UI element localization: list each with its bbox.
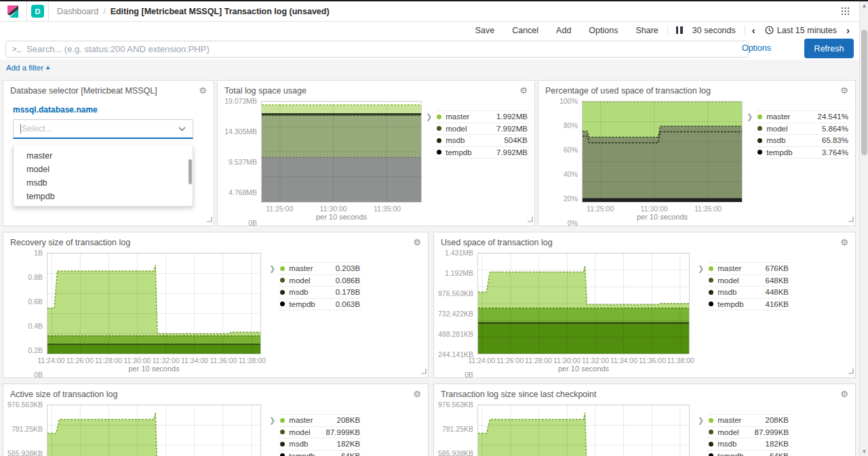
dropdown-option-tempdb[interactable]: tempdb bbox=[14, 190, 193, 203]
legend-item-msdb[interactable]: msdb182KB bbox=[707, 438, 790, 451]
legend-item-master[interactable]: master0.203B bbox=[279, 263, 361, 275]
clock-icon bbox=[765, 26, 774, 35]
legend-color-dot bbox=[280, 302, 285, 306]
query-options-link[interactable]: Options bbox=[742, 43, 771, 53]
chart-plot-area[interactable] bbox=[47, 253, 261, 354]
panel-resize-handle[interactable] bbox=[848, 365, 854, 377]
chart-plot-area[interactable] bbox=[47, 405, 261, 456]
y-axis-tick-label: 0% bbox=[568, 219, 578, 227]
y-axis-tick-label: 4.768MB bbox=[229, 188, 257, 196]
legend-item-model[interactable]: model648KB bbox=[707, 275, 790, 287]
legend-item-model[interactable]: model87.999KB bbox=[279, 427, 361, 439]
kibana-logo[interactable] bbox=[0, 1, 27, 22]
time-back-chevron[interactable]: ‹ bbox=[745, 25, 762, 35]
breadcrumb: Dashboard / Editing [Metricbeat MSSQL] T… bbox=[49, 7, 330, 16]
dashboard-app-badge[interactable]: D bbox=[27, 1, 49, 22]
legend-item-tempdb[interactable]: tempdb0.063B bbox=[279, 299, 361, 311]
x-axis-title: per 10 seconds bbox=[47, 365, 261, 375]
chart-plot-area[interactable] bbox=[582, 101, 743, 203]
panel-title: Transaction log size since last checkpoi… bbox=[441, 390, 597, 399]
series-area-model bbox=[262, 115, 421, 157]
x-axis-tick-label: 11:32:00 bbox=[582, 356, 609, 365]
field-label: mssql.database.name bbox=[3, 97, 214, 119]
legend-collapse-chevron[interactable]: ❯ bbox=[426, 110, 435, 121]
dropdown-option-msdb[interactable]: msdb bbox=[14, 176, 193, 190]
legend-color-dot bbox=[757, 115, 762, 119]
chart-plot-area[interactable] bbox=[261, 101, 422, 203]
legend-item-msdb[interactable]: msdb65.83% bbox=[756, 135, 850, 147]
legend-item-tempdb[interactable]: tempdb416KB bbox=[707, 299, 790, 311]
legend-item-master[interactable]: master676KB bbox=[707, 263, 790, 275]
legend-item-model[interactable]: model0.086B bbox=[279, 275, 361, 287]
legend-item-msdb[interactable]: msdb504KB bbox=[435, 135, 529, 147]
panel-resize-handle[interactable] bbox=[848, 213, 854, 225]
panel-options-gear-icon[interactable]: ⚙ bbox=[519, 86, 528, 95]
legend-item-master[interactable]: master1.992MB bbox=[435, 111, 529, 123]
legend-color-dot bbox=[709, 430, 713, 434]
panel-options-gear-icon[interactable]: ⚙ bbox=[840, 238, 848, 247]
search-box[interactable]: >_ bbox=[5, 41, 749, 58]
options-button[interactable]: Options bbox=[580, 26, 627, 35]
legend-item-msdb[interactable]: msdb448KB bbox=[707, 287, 790, 299]
apps-grid-icon[interactable] bbox=[831, 7, 859, 16]
legend-item-master[interactable]: master208KB bbox=[707, 415, 790, 427]
legend-item-tempdb[interactable]: tempdb7.992MB bbox=[435, 147, 529, 159]
time-range-picker[interactable]: Last 15 minutes bbox=[762, 26, 840, 35]
x-axis: 11:24:0011:26:0011:28:0011:30:0011:32:00… bbox=[47, 354, 261, 365]
legend-item-msdb[interactable]: msdb182KB bbox=[279, 438, 361, 451]
dropdown-option-master[interactable]: master bbox=[14, 149, 193, 163]
legend-color-dot bbox=[280, 418, 285, 423]
panel-options-gear-icon[interactable]: ⚙ bbox=[199, 86, 207, 95]
y-axis-tick-label: 585.938KB bbox=[438, 449, 473, 456]
chart-plot-area[interactable] bbox=[477, 405, 690, 456]
legend-item-tempdb[interactable]: tempdb3.764% bbox=[756, 147, 850, 159]
time-forward-chevron[interactable]: › bbox=[840, 25, 856, 35]
page-scrollbar[interactable]: ▲ ▼ bbox=[859, 1, 868, 456]
series-area-msdb bbox=[478, 322, 689, 324]
legend-collapse-chevron[interactable]: ❯ bbox=[698, 414, 707, 425]
refresh-button[interactable]: Refresh bbox=[804, 39, 854, 58]
legend-item-master[interactable]: master208KB bbox=[279, 415, 361, 427]
legend-collapse-chevron[interactable]: ❯ bbox=[269, 262, 279, 273]
panel-resize-handle[interactable] bbox=[420, 365, 427, 377]
legend-item-model[interactable]: model87.999KB bbox=[707, 427, 790, 439]
legend-item-tempdb[interactable]: tempdb64KB bbox=[707, 451, 790, 456]
share-button[interactable]: Share bbox=[627, 26, 667, 35]
panel-options-gear-icon[interactable]: ⚙ bbox=[840, 390, 848, 398]
legend-collapse-chevron[interactable]: ❯ bbox=[698, 262, 707, 273]
add-button[interactable]: Add bbox=[547, 26, 580, 35]
legend-collapse-chevron[interactable]: ❯ bbox=[747, 110, 756, 121]
cancel-button[interactable]: Cancel bbox=[503, 26, 547, 35]
dropdown-option-model[interactable]: model bbox=[14, 163, 193, 176]
panel-options-gear-icon[interactable]: ⚙ bbox=[413, 238, 421, 247]
search-input[interactable] bbox=[26, 44, 742, 54]
legend-item-model[interactable]: model7.992MB bbox=[435, 123, 529, 136]
refresh-interval-label[interactable]: 30 seconds bbox=[691, 26, 745, 35]
dropdown-scrollbar-thumb[interactable] bbox=[189, 159, 192, 184]
scrollbar-up-arrow[interactable]: ▲ bbox=[860, 1, 868, 10]
pause-autorefresh-icon[interactable] bbox=[668, 26, 691, 34]
legend-collapse-chevron[interactable]: ❯ bbox=[269, 414, 279, 425]
database-options-dropdown: mastermodelmsdbtempdb bbox=[13, 146, 193, 207]
legend-item-model[interactable]: model5.864% bbox=[756, 123, 850, 136]
panel-resize-handle[interactable] bbox=[527, 213, 533, 225]
breadcrumb-dashboard[interactable]: Dashboard bbox=[57, 7, 98, 16]
panel-used-space: Used space of transaction log ⚙ 1.431MB1… bbox=[433, 232, 856, 378]
legend-color-dot bbox=[709, 453, 713, 456]
scrollbar-thumb[interactable] bbox=[861, 30, 867, 155]
panel-options-gear-icon[interactable]: ⚙ bbox=[413, 390, 421, 398]
legend-item-master[interactable]: master24.541% bbox=[756, 111, 850, 123]
panel-options-gear-icon[interactable]: ⚙ bbox=[840, 86, 848, 95]
chart-plot-area[interactable] bbox=[477, 253, 690, 354]
chart-legend: ❯ master1.992MBmodel7.992MBmsdb504KBtemp… bbox=[426, 101, 529, 223]
add-filter-link[interactable]: Add a filter + bbox=[6, 64, 50, 72]
y-axis-tick-label: 585.938KB bbox=[7, 449, 43, 456]
scrollbar-down-arrow[interactable]: ▼ bbox=[860, 447, 868, 456]
legend-item-tempdb[interactable]: tempdb64KB bbox=[279, 451, 361, 456]
panel-resize-handle[interactable] bbox=[206, 213, 212, 225]
save-button[interactable]: Save bbox=[467, 26, 504, 35]
legend-color-dot bbox=[280, 442, 285, 447]
panel-title: Database selector [Metricbeat MSSQL] bbox=[10, 86, 157, 96]
database-select-combobox[interactable]: Select... bbox=[13, 119, 193, 139]
legend-item-msdb[interactable]: msdb0.178B bbox=[279, 287, 361, 299]
